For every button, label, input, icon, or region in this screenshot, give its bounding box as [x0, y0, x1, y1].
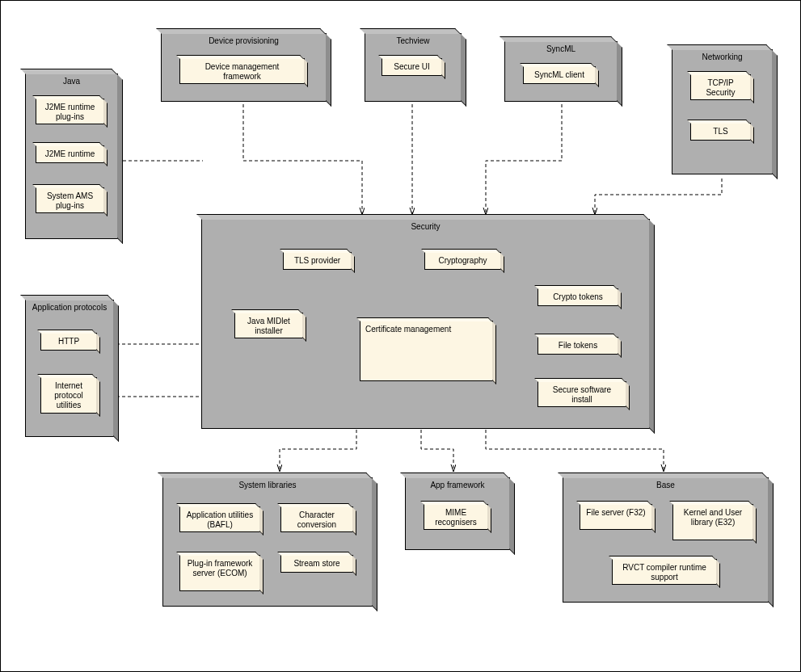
package-java: Java J2ME runtime plug-ins J2ME runtime …: [25, 74, 118, 239]
package-app-protocols: Application protocols HTTP Internet prot…: [25, 300, 114, 437]
package-title: Java: [26, 77, 117, 86]
component-tls-provider: TLS provider: [283, 252, 352, 270]
package-title: Device provisioning: [162, 36, 326, 45]
component-syncml-client: SyncML client: [523, 66, 596, 84]
component-dmf: Device management framework: [179, 58, 305, 84]
package-title: App framework: [406, 481, 509, 489]
component-e32: Kernel and User library (E32): [672, 504, 753, 540]
component-stream-store: Stream store: [280, 555, 353, 573]
package-device-provisioning: Device provisioning Device management fr…: [161, 33, 327, 102]
component-bafl: Application utilities (BAFL): [179, 506, 260, 532]
package-title: Base: [563, 481, 768, 489]
component-char-conversion: Character conversion: [280, 506, 353, 532]
package-techview: Techview Secure UI: [365, 33, 462, 102]
component-sys-ams: System AMS plug-ins: [36, 187, 104, 213]
component-certificate-management: Certificate management: [360, 321, 493, 381]
package-title: Security: [202, 222, 649, 231]
package-title: SyncML: [505, 44, 617, 53]
component-j2me-plugins: J2ME runtime plug-ins: [36, 99, 104, 124]
component-secure-ui: Secure UI: [382, 58, 442, 76]
component-java-midlet: Java MIDlet installer: [234, 313, 303, 338]
package-title: Techview: [365, 36, 461, 45]
component-tcpip-security: TCP/IP Security: [690, 74, 751, 100]
component-ecom: Plug-in framework server (ECOM): [179, 555, 260, 591]
package-networking: Networking TCP/IP Security TLS: [672, 49, 773, 174]
component-secure-software-install: Secure software install: [538, 381, 626, 407]
package-system-libraries: System libraries Application utilities (…: [162, 477, 373, 607]
package-title: Application protocols: [26, 303, 113, 312]
package-app-framework: App framework MIME recognisers: [405, 477, 510, 550]
component-crypto-tokens: Crypto tokens: [538, 288, 618, 306]
component-mime: MIME recognisers: [424, 504, 488, 530]
component-f32: File server (F32): [580, 504, 652, 530]
package-title: System libraries: [163, 481, 372, 489]
component-http: HTTP: [40, 333, 97, 351]
package-syncml: SyncML SyncML client: [504, 41, 618, 102]
component-cryptography: Cryptography: [424, 252, 501, 270]
package-title: Networking: [672, 52, 772, 61]
component-ipu: Internet protocol utilities: [40, 377, 97, 414]
component-rvct: RVCT compiler runtime support: [612, 559, 717, 585]
component-file-tokens: File tokens: [538, 337, 618, 355]
package-security: Security TLS provider Cryptography Java …: [201, 219, 650, 429]
component-tls: TLS: [690, 123, 751, 141]
package-base: Base File server (F32) Kernel and User l…: [563, 477, 769, 603]
diagram-canvas: Java J2ME runtime plug-ins J2ME runtime …: [0, 0, 801, 672]
component-j2me-runtime: J2ME runtime: [36, 145, 104, 163]
